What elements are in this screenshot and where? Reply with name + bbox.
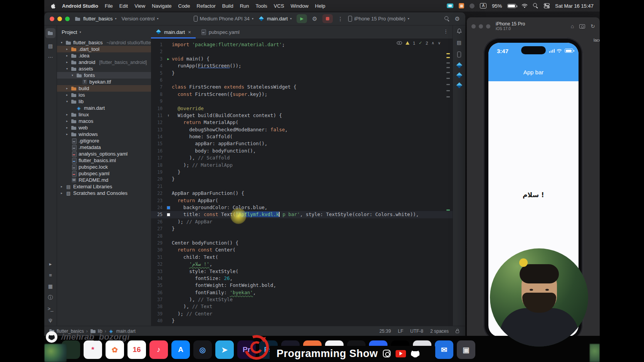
dock-compass[interactable]: ◎ bbox=[193, 340, 212, 359]
color-preview-blue-icon[interactable] bbox=[167, 206, 170, 209]
code-line-9[interactable]: 9 bbox=[151, 98, 453, 105]
code-line-40[interactable]: 40} bbox=[151, 317, 453, 324]
sim-zoom-button[interactable] bbox=[486, 24, 490, 28]
terminal-tool-icon[interactable]: >_ bbox=[48, 306, 54, 312]
tree-item-pubspec.yaml[interactable]: pubspec.yaml bbox=[57, 170, 151, 177]
tree-item-flutter_basics.iml[interactable]: flutter_basics.iml bbox=[57, 157, 151, 164]
tree-item-lib[interactable]: ▾lib bbox=[57, 98, 151, 105]
run-gutter-icon[interactable]: ▶ bbox=[167, 55, 169, 62]
tree-item-macos[interactable]: ▸macos bbox=[57, 118, 151, 124]
code-line-29[interactable]: 29Center bodyFunction() { bbox=[151, 240, 453, 246]
dock-telegram[interactable]: ➤ bbox=[215, 340, 234, 359]
code-line-7[interactable]: 7class FirstScreen extends StatelessWidg… bbox=[151, 84, 453, 90]
code-line-16[interactable]: 16 body: bodyFunction(), bbox=[151, 147, 453, 154]
code-editor[interactable]: 1import 'package:flutter/material.dart';… bbox=[151, 39, 453, 326]
status-circle-icon[interactable] bbox=[470, 3, 475, 8]
menu-item-window[interactable]: Window bbox=[291, 3, 309, 9]
control-center-icon[interactable] bbox=[544, 3, 550, 8]
wifi-icon[interactable] bbox=[522, 3, 528, 8]
run-config-selector[interactable]: main.dart ▾ bbox=[258, 16, 292, 22]
dock-gray-app[interactable]: ▣ bbox=[457, 340, 475, 359]
tree-item-windows[interactable]: ▸windows bbox=[57, 131, 151, 137]
tree-item-build[interactable]: ▸build bbox=[57, 85, 151, 92]
dock-mail[interactable]: ✉ bbox=[435, 340, 453, 359]
git-tool-icon[interactable]: ψ bbox=[49, 317, 52, 323]
tree-item-.idea[interactable]: ▸.idea bbox=[57, 52, 151, 59]
grid-app-icon[interactable]: ▦ bbox=[459, 3, 464, 8]
more-actions-icon[interactable]: ⋮ bbox=[338, 16, 343, 22]
profiler-icon[interactable]: ⚙ bbox=[312, 15, 317, 22]
home-icon[interactable]: ⌂ bbox=[571, 23, 574, 29]
screenshot-camera-icon[interactable] bbox=[579, 24, 585, 28]
tree-item-pubspec.lock[interactable]: pubspec.lock bbox=[57, 164, 151, 170]
menu-item-tools[interactable]: Tools bbox=[256, 3, 267, 9]
project-panel-header[interactable]: Project ▾ bbox=[57, 25, 151, 39]
build-variants-icon[interactable]: ▤ bbox=[457, 40, 461, 46]
code-line-31[interactable]: 31 child: Text( bbox=[151, 254, 453, 261]
search-everywhere-icon[interactable] bbox=[444, 16, 450, 22]
menu-item-file[interactable]: File bbox=[105, 3, 113, 9]
code-line-35[interactable]: 35 fontWeight: FontWeight.bold, bbox=[151, 282, 453, 289]
menubar-clock[interactable]: Sat Mar 16 15:47 bbox=[555, 3, 594, 9]
menu-item-build[interactable]: Build bbox=[222, 3, 233, 9]
tree-item-android[interactable]: ▸android[flutter_basics_android] bbox=[57, 59, 151, 65]
tree-item-ios[interactable]: ▸ios bbox=[57, 92, 151, 98]
problems-tool-icon[interactable]: ⓘ bbox=[48, 295, 53, 301]
more-tools-icon[interactable]: ⋯ bbox=[48, 54, 53, 60]
tree-item-main.dart[interactable]: main.dart bbox=[57, 105, 151, 111]
menubar-app-name[interactable]: Android Studio bbox=[62, 3, 98, 9]
code-line-20[interactable]: 20} bbox=[151, 176, 453, 183]
vcs-widget[interactable]: Version control ▾ bbox=[122, 16, 159, 22]
code-line-27[interactable]: 27} bbox=[151, 225, 453, 232]
menu-item-navigate[interactable]: Navigate bbox=[152, 3, 171, 9]
mirror-device-widget[interactable]: iPhone 15 Pro (mobile) ▾ bbox=[348, 16, 409, 22]
code-line-30[interactable]: 30 return const Center( bbox=[151, 246, 453, 253]
code-line-24[interactable]: 24 backgroundColor: Colors.blue, bbox=[151, 204, 453, 211]
run-button[interactable]: ▶ bbox=[297, 14, 307, 23]
code-line-15[interactable]: 15 appBar: appBarFunction(), bbox=[151, 140, 453, 147]
device-manager-icon[interactable] bbox=[457, 52, 461, 57]
project-tool-icon[interactable] bbox=[45, 28, 55, 38]
zoom-button[interactable] bbox=[65, 17, 70, 21]
code-line-39[interactable]: 39 ); // Center bbox=[151, 310, 453, 317]
tree-item-Scratches and Consoles[interactable]: ▸Scratches and Consoles bbox=[57, 190, 151, 196]
apple-menu-icon[interactable] bbox=[50, 3, 55, 9]
menu-item-run[interactable]: Run bbox=[240, 3, 249, 9]
menu-item-vcs[interactable]: VCS bbox=[274, 3, 284, 9]
color-preview-white-icon[interactable] bbox=[167, 213, 170, 216]
code-line-3[interactable]: 3▶void main() { bbox=[151, 55, 453, 62]
tree-item-README.md[interactable]: README.md bbox=[57, 177, 151, 183]
dock-music[interactable]: ♪ bbox=[149, 340, 168, 359]
dock-calendar[interactable]: 16 bbox=[127, 340, 146, 359]
caret-position[interactable]: 25:39 bbox=[379, 328, 391, 334]
code-line-8[interactable]: 8 const FirstScreen({super.key}); bbox=[151, 91, 453, 98]
flutter-outline-icon[interactable] bbox=[456, 62, 462, 69]
sim-close-button[interactable] bbox=[471, 24, 476, 28]
build-tool-icon[interactable]: ▦ bbox=[48, 283, 53, 290]
project-widget[interactable]: flutter_basics ▾ bbox=[75, 16, 117, 22]
next-issue-icon[interactable]: ∨ bbox=[438, 41, 441, 45]
tab-main.dart[interactable]: main.dart× bbox=[151, 25, 196, 39]
code-line-10[interactable]: 10 @override bbox=[151, 105, 453, 112]
tree-item-.metadata[interactable]: .metadata bbox=[57, 144, 151, 151]
tree-item-assets[interactable]: ▾assets bbox=[57, 65, 151, 72]
rotate-icon[interactable]: ↻ bbox=[590, 23, 595, 29]
code-line-26[interactable]: 26 ); // AppBar bbox=[151, 218, 453, 225]
code-line-21[interactable]: 21 bbox=[151, 183, 453, 190]
tree-item-fonts[interactable]: ▾fonts bbox=[57, 72, 151, 79]
code-line-38[interactable]: 38 ), // Text bbox=[151, 303, 453, 310]
run-tool-icon[interactable]: ▸ bbox=[49, 261, 52, 267]
code-line-25[interactable]: 25 title: const Text('Apflymf.kvdl.k p b… bbox=[151, 211, 453, 218]
tree-item-analysis_options.yaml[interactable]: analysis_options.yaml bbox=[57, 151, 151, 157]
code-line-13[interactable]: 13 debugShowCheckedModeBanner: false, bbox=[151, 126, 453, 133]
minimize-button[interactable] bbox=[57, 17, 62, 21]
tab-pubspec.yaml[interactable]: pubspec.yaml bbox=[196, 25, 244, 39]
tree-item-.gitignore[interactable]: .gitignore bbox=[57, 137, 151, 144]
menu-item-code[interactable]: Code bbox=[178, 3, 190, 9]
menu-item-view[interactable]: View bbox=[134, 3, 145, 9]
tree-item-linux[interactable]: ▸linux bbox=[57, 111, 151, 118]
stop-button[interactable] bbox=[322, 14, 333, 23]
settings-gear-icon[interactable]: ⚙ bbox=[455, 15, 460, 22]
menu-item-refactor[interactable]: Refactor bbox=[197, 3, 216, 9]
tree-item-web[interactable]: ▸web bbox=[57, 124, 151, 131]
